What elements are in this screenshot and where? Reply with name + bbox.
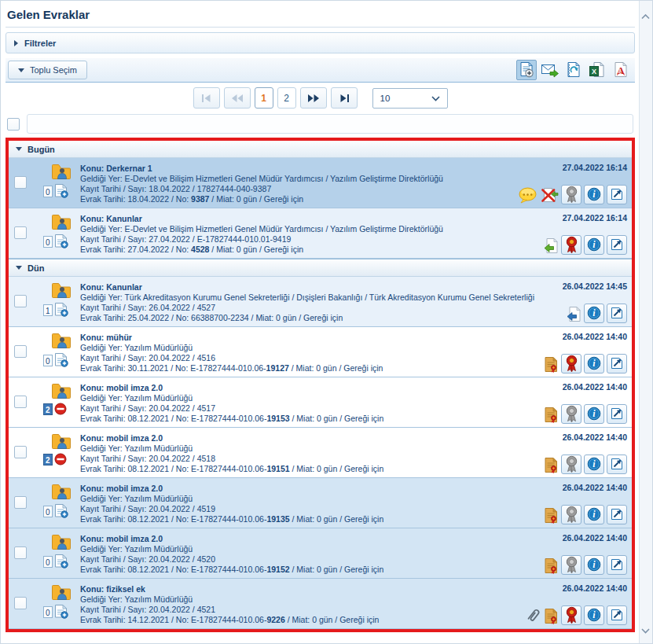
- row-checkbox[interactable]: [14, 176, 27, 189]
- info-button[interactable]: i: [584, 505, 604, 524]
- dropdown-arrow-icon: [18, 68, 24, 72]
- vertical-scrollbar[interactable]: [639, 1, 652, 643]
- open-document-button[interactable]: [607, 354, 627, 374]
- document-row: 0 Konu: mühürGeldiği Yer: Yazılım Müdürl…: [9, 327, 632, 377]
- info-button[interactable]: i: [584, 354, 604, 374]
- document-row: 0 Konu: KanunlarGeldiği Yer: E-Devlet ve…: [9, 208, 632, 259]
- row-check-cell: [14, 332, 40, 374]
- row-checkbox[interactable]: [14, 446, 27, 458]
- signature-ribbon-button[interactable]: [561, 404, 581, 424]
- filters-label: Filtreler: [24, 39, 56, 48]
- row-origin: Geldiği Yer: Yazılım Müdürlüğü: [80, 494, 540, 504]
- row-subject: Konu: fiziksel ek: [80, 584, 524, 594]
- group-header-dun[interactable]: Dün: [9, 259, 632, 277]
- signature-ribbon-button[interactable]: [561, 354, 581, 374]
- group-header-bugun[interactable]: Bugün: [9, 141, 632, 158]
- toplu-secim-button[interactable]: Toplu Seçim: [8, 61, 87, 79]
- row-actions: i: [519, 185, 627, 204]
- document-row: 1 Konu: KanunlarGeldiği Yer: Türk Akredi…: [9, 277, 632, 327]
- open-document-button[interactable]: [607, 454, 627, 474]
- scroll-down-icon[interactable]: [641, 623, 650, 637]
- svg-text:X: X: [592, 68, 596, 75]
- main-content: Gelen Evraklar Filtreler Toplu Seçim X A: [1, 1, 640, 643]
- row-checkbox[interactable]: [14, 295, 27, 307]
- open-document-button[interactable]: [607, 404, 627, 424]
- row-registration: Kayıt Tarihi / Sayı: 27.04.2022 / E-1782…: [80, 234, 541, 245]
- group-label: Dün: [28, 263, 44, 273]
- folder-user-icon: [51, 483, 72, 501]
- group-label: Bugün: [28, 145, 55, 154]
- row-check-cell: [14, 432, 40, 474]
- row-icon-cell: 0: [40, 583, 80, 625]
- document-preview-icon[interactable]: [516, 60, 537, 80]
- page-size-select[interactable]: 10: [372, 88, 448, 109]
- open-document-button[interactable]: [607, 605, 627, 625]
- row-icon-cell: 2: [40, 382, 80, 424]
- row-registration: Kayıt Tarihi / Sayı: 20.04.2022 / 4517: [80, 403, 540, 414]
- row-document-line: Evrak Tarihi: 08.12.2021 / No: E-1782744…: [80, 464, 391, 474]
- signature-ribbon-button[interactable]: [561, 505, 581, 524]
- document-copy-icon: [54, 604, 68, 620]
- row-datetime: 27.04.2022 16:14: [563, 213, 627, 223]
- row-icon-cell: 0: [40, 213, 80, 255]
- filters-panel[interactable]: Filtreler: [6, 32, 635, 53]
- open-document-button[interactable]: [607, 185, 627, 204]
- row-checkbox[interactable]: [14, 396, 27, 408]
- row-actions: i: [543, 555, 627, 575]
- info-button[interactable]: i: [584, 185, 604, 204]
- select-all-checkbox[interactable]: [7, 118, 20, 131]
- note-balloon-icon: [519, 187, 538, 204]
- open-document-button[interactable]: [607, 235, 627, 255]
- row-checkbox[interactable]: [14, 496, 27, 509]
- row-document-line: Evrak Tarihi: 25.04.2022 / No: 66388700-…: [80, 313, 391, 323]
- info-icon: i: [587, 306, 601, 321]
- info-button[interactable]: i: [584, 304, 604, 323]
- row-checkbox[interactable]: [14, 226, 27, 239]
- open-document-button[interactable]: [607, 304, 627, 323]
- row-origin: Geldiği Yer: E-Devlet ve Bilişim Hizmetl…: [80, 174, 515, 184]
- signature-ribbon-button[interactable]: [561, 605, 581, 625]
- row-datetime: 26.04.2022 14:40: [563, 332, 627, 341]
- info-button[interactable]: i: [584, 404, 604, 424]
- page-1-button[interactable]: 1: [255, 87, 273, 109]
- row-right-cell: 27.04.2022 16:14 i: [544, 213, 627, 255]
- open-document-button[interactable]: [607, 505, 627, 524]
- excel-export-icon[interactable]: X: [587, 60, 607, 80]
- send-mail-icon[interactable]: [540, 60, 560, 80]
- row-right-cell: 26.04.2022 14:40 i: [543, 382, 627, 424]
- xml-export-icon[interactable]: [563, 60, 584, 80]
- row-subject: Konu: Derkernar 1: [80, 164, 515, 174]
- scroll-up-icon[interactable]: [641, 9, 650, 23]
- collapse-arrow-icon: [16, 266, 22, 270]
- last-page-button[interactable]: [331, 87, 358, 109]
- page-2-button[interactable]: 2: [277, 87, 296, 109]
- first-page-button[interactable]: [193, 87, 220, 109]
- folder-user-icon: [51, 533, 72, 551]
- row-actions: i: [543, 454, 627, 474]
- signature-ribbon-button[interactable]: [561, 235, 581, 255]
- row-checkbox[interactable]: [14, 546, 27, 559]
- folder-user-icon: [51, 583, 72, 602]
- info-button[interactable]: i: [584, 235, 604, 255]
- ribbon-gray-icon: [565, 186, 578, 204]
- signature-ribbon-button[interactable]: [561, 185, 581, 204]
- count-badge: 2: [43, 403, 53, 415]
- signature-ribbon-button[interactable]: [561, 555, 581, 575]
- page-size-value: 10: [380, 94, 391, 103]
- info-button[interactable]: i: [584, 555, 604, 575]
- pdf-export-icon[interactable]: A: [611, 60, 631, 80]
- row-checkbox[interactable]: [14, 597, 27, 609]
- evrak-number: 19127: [266, 363, 289, 373]
- row-icon-cell: 0: [40, 483, 80, 524]
- prev-page-button[interactable]: [224, 87, 251, 109]
- badge-row: 0: [43, 604, 68, 620]
- row-actions: i: [544, 235, 627, 255]
- row-checkbox[interactable]: [14, 345, 27, 358]
- row-icon-cell: 0: [40, 533, 80, 575]
- export-toolbar: X A: [516, 60, 633, 80]
- open-document-button[interactable]: [607, 555, 627, 575]
- signature-ribbon-button[interactable]: [561, 454, 581, 474]
- info-button[interactable]: i: [584, 454, 604, 474]
- info-button[interactable]: i: [584, 605, 604, 625]
- next-page-button[interactable]: [300, 87, 327, 109]
